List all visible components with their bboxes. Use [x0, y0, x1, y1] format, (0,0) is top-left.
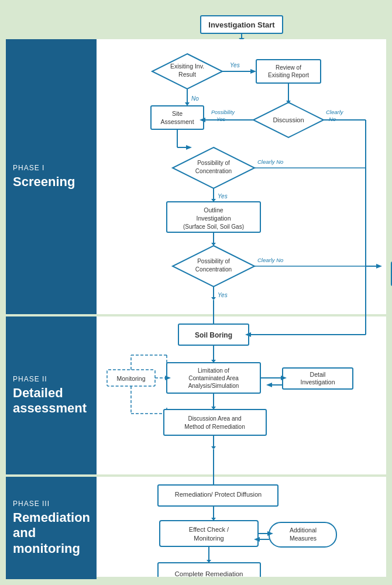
phase3-num: PHASE III — [13, 500, 90, 508]
phase2-num: PHASE II — [13, 375, 90, 383]
svg-text:Possibility of: Possibility of — [197, 160, 230, 166]
svg-text:Remediation/ Protect Diffusion: Remediation/ Protect Diffusion — [175, 491, 262, 498]
svg-text:Clearly No: Clearly No — [257, 257, 283, 263]
svg-text:Clearly No: Clearly No — [257, 159, 283, 165]
svg-rect-107 — [160, 521, 258, 546]
svg-text:Yes: Yes — [218, 292, 228, 298]
svg-text:Analysis/Simulation: Analysis/Simulation — [188, 383, 239, 389]
svg-text:Clearly: Clearly — [326, 109, 344, 115]
svg-rect-7 — [97, 474, 386, 477]
investigation-start-label: Investigation Start — [208, 20, 275, 29]
svg-text:Method of Remediation: Method of Remediation — [184, 424, 245, 430]
svg-text:Result: Result — [178, 71, 196, 78]
svg-text:Discussion: Discussion — [273, 116, 304, 123]
svg-text:Monitoring: Monitoring — [194, 535, 223, 542]
svg-rect-14 — [256, 60, 321, 83]
svg-text:Yes: Yes — [216, 116, 226, 122]
phase1-name: Screening — [13, 174, 90, 190]
phase2-label: PHASE II Detailedassessment — [6, 316, 97, 474]
main-container: Investigation Start PHASE I Screening PH… — [6, 6, 386, 585]
svg-text:Additional: Additional — [290, 526, 317, 534]
svg-rect-6 — [97, 314, 386, 316]
svg-text:Limitation of: Limitation of — [198, 367, 229, 374]
investigation-start-area: Investigation Start — [183, 13, 300, 39]
svg-text:Investigation: Investigation — [197, 215, 231, 222]
flowchart-svg: Exisiting Inv. Result Yes Review of Exis… — [97, 39, 386, 577]
svg-text:Outline: Outline — [204, 207, 223, 214]
svg-text:Assessment: Assessment — [160, 118, 194, 125]
svg-text:Possibility of: Possibility of — [197, 258, 230, 264]
svg-text:Effect Check /: Effect Check / — [189, 526, 229, 533]
svg-text:No: No — [191, 95, 199, 102]
svg-text:Complete Remediation: Complete Remediation — [175, 570, 243, 577]
phase2-name: Detailedassessment — [13, 386, 90, 417]
phase1-label: PHASE I Screening — [6, 39, 97, 314]
svg-text:Investigation: Investigation — [301, 378, 335, 386]
svg-text:Concentration: Concentration — [195, 168, 232, 174]
phase3-label: PHASE III Remediationandmonitoring — [6, 477, 97, 579]
svg-text:Exisiting Report: Exisiting Report — [268, 72, 309, 78]
svg-rect-96 — [164, 410, 266, 435]
svg-text:Review of: Review of — [276, 64, 301, 71]
svg-text:Concentration: Concentration — [195, 266, 232, 273]
svg-text:(Surface Soil, Soil Gas): (Surface Soil, Soil Gas) — [183, 223, 244, 230]
phase3-name: Remediationandmonitoring — [13, 510, 90, 556]
svg-text:No: No — [329, 116, 336, 122]
phase1-num: PHASE I — [13, 164, 90, 172]
svg-text:Detail: Detail — [310, 371, 326, 378]
svg-text:Yes: Yes — [230, 62, 240, 68]
svg-text:Site: Site — [172, 110, 183, 117]
svg-text:Soil Boring: Soil Boring — [195, 331, 232, 339]
svg-text:Exisiting Inv.: Exisiting Inv. — [170, 63, 204, 70]
svg-text:Measures: Measures — [290, 535, 317, 542]
svg-text:Possibility: Possibility — [211, 109, 235, 115]
svg-text:Monitoring: Monitoring — [116, 375, 145, 382]
svg-rect-20 — [151, 106, 204, 129]
svg-text:Discussion Area and: Discussion Area and — [188, 415, 241, 422]
svg-text:Contaminated Area: Contaminated Area — [188, 375, 239, 381]
svg-text:Yes: Yes — [218, 193, 228, 199]
